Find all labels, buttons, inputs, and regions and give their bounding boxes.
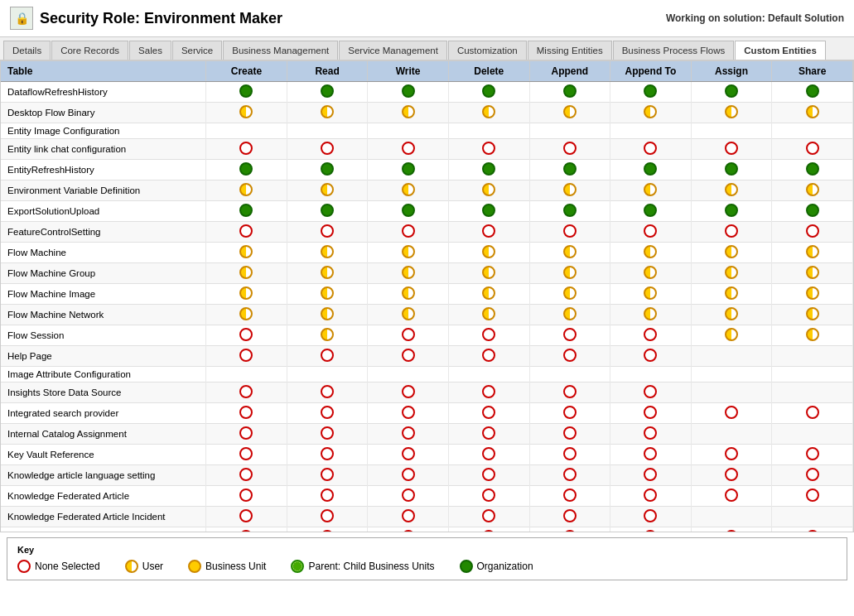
perm-icon-none[interactable] — [644, 349, 657, 362]
perm-icon-user[interactable] — [644, 245, 657, 258]
perm-icon-none[interactable] — [239, 426, 253, 440]
perm-icon-user[interactable] — [806, 328, 819, 341]
perm-cell-read[interactable] — [287, 103, 368, 123]
perm-cell-read[interactable] — [287, 160, 368, 180]
perm-cell-append[interactable] — [529, 284, 610, 305]
perm-cell-delete[interactable] — [448, 305, 529, 325]
perm-icon-user[interactable] — [321, 245, 334, 258]
perm-cell-append[interactable] — [529, 507, 610, 527]
perm-cell-appendto[interactable] — [610, 403, 692, 424]
perm-cell-share[interactable] — [772, 465, 853, 486]
perm-cell-append[interactable] — [529, 445, 610, 465]
perm-cell-delete[interactable] — [448, 445, 529, 465]
perm-cell-delete[interactable] — [448, 222, 529, 243]
perm-cell-delete[interactable] — [448, 486, 529, 507]
perm-cell-delete[interactable] — [448, 243, 529, 263]
perm-cell-read[interactable] — [287, 123, 368, 139]
perm-cell-append[interactable] — [529, 222, 610, 243]
perm-cell-share[interactable] — [772, 82, 853, 103]
perm-icon-none[interactable] — [482, 530, 495, 532]
tab-sales[interactable]: Sales — [129, 41, 171, 60]
perm-cell-append[interactable] — [529, 123, 610, 139]
perm-icon-org[interactable] — [402, 162, 415, 176]
perm-cell-delete[interactable] — [448, 367, 529, 383]
perm-icon-none[interactable] — [239, 328, 253, 341]
perm-cell-write[interactable] — [368, 201, 449, 222]
perm-cell-appendto[interactable] — [610, 445, 692, 465]
perm-icon-user[interactable] — [563, 266, 577, 279]
perm-cell-create[interactable] — [206, 465, 287, 486]
perm-cell-assign[interactable] — [691, 325, 772, 346]
perm-cell-append[interactable] — [529, 367, 610, 383]
tab-service[interactable]: Service — [172, 41, 222, 60]
perm-cell-write[interactable] — [368, 325, 449, 346]
perm-cell-share[interactable] — [772, 284, 853, 305]
perm-icon-none[interactable] — [321, 530, 334, 532]
perm-icon-none[interactable] — [644, 447, 657, 460]
perm-cell-write[interactable] — [368, 367, 449, 383]
perm-icon-org[interactable] — [725, 162, 738, 176]
perm-cell-share[interactable] — [772, 243, 853, 263]
perm-icon-none[interactable] — [402, 349, 415, 362]
perm-cell-appendto[interactable] — [610, 346, 692, 367]
perm-icon-user[interactable] — [239, 307, 253, 320]
perm-icon-none[interactable] — [402, 406, 415, 419]
perm-icon-user[interactable] — [482, 183, 495, 196]
perm-cell-write[interactable] — [368, 284, 449, 305]
perm-cell-append[interactable] — [529, 201, 610, 222]
perm-cell-delete[interactable] — [448, 507, 529, 527]
perm-cell-appendto[interactable] — [610, 325, 692, 346]
perm-icon-user[interactable] — [563, 286, 577, 300]
perm-icon-org[interactable] — [644, 84, 657, 98]
perm-icon-none[interactable] — [402, 488, 415, 502]
perm-icon-user[interactable] — [563, 307, 577, 320]
perm-cell-share[interactable] — [772, 222, 853, 243]
perm-icon-user[interactable] — [725, 245, 738, 258]
perm-icon-none[interactable] — [239, 224, 253, 238]
perm-cell-append[interactable] — [529, 403, 610, 424]
perm-cell-read[interactable] — [287, 243, 368, 263]
perm-icon-none[interactable] — [239, 488, 253, 502]
perm-cell-share[interactable] — [772, 445, 853, 465]
perm-cell-read[interactable] — [287, 465, 368, 486]
tab-missing-entities[interactable]: Missing Entities — [528, 41, 612, 60]
perm-cell-share[interactable] — [772, 325, 853, 346]
perm-icon-none[interactable] — [239, 142, 253, 155]
perm-icon-none[interactable] — [402, 142, 415, 155]
perm-icon-none[interactable] — [239, 530, 253, 532]
perm-icon-none[interactable] — [563, 509, 577, 522]
perm-cell-read[interactable] — [287, 222, 368, 243]
perm-cell-delete[interactable] — [448, 346, 529, 367]
perm-icon-none[interactable] — [321, 426, 334, 440]
perm-icon-org[interactable] — [239, 162, 253, 176]
perm-icon-none[interactable] — [402, 530, 415, 532]
perm-cell-share[interactable] — [772, 424, 853, 445]
perm-cell-write[interactable] — [368, 123, 449, 139]
perm-cell-assign[interactable] — [691, 367, 772, 383]
perm-cell-read[interactable] — [287, 284, 368, 305]
perm-icon-org[interactable] — [725, 204, 738, 217]
perm-cell-create[interactable] — [206, 325, 287, 346]
perm-cell-assign[interactable] — [691, 424, 772, 445]
perm-cell-appendto[interactable] — [610, 103, 692, 123]
perm-icon-none[interactable] — [402, 224, 415, 238]
perm-cell-write[interactable] — [368, 103, 449, 123]
perm-cell-read[interactable] — [287, 424, 368, 445]
perm-icon-none[interactable] — [482, 509, 495, 522]
perm-icon-user[interactable] — [806, 286, 819, 300]
perm-cell-append[interactable] — [529, 465, 610, 486]
perm-icon-org[interactable] — [321, 204, 334, 217]
perm-cell-appendto[interactable] — [610, 465, 692, 486]
perm-icon-user[interactable] — [725, 307, 738, 320]
perm-cell-share[interactable] — [772, 367, 853, 383]
perm-icon-none[interactable] — [239, 385, 253, 398]
perm-cell-appendto[interactable] — [610, 284, 692, 305]
perm-icon-org[interactable] — [239, 204, 253, 217]
perm-icon-none[interactable] — [725, 488, 738, 502]
perm-cell-write[interactable] — [368, 139, 449, 160]
perm-cell-assign[interactable] — [691, 123, 772, 139]
perm-cell-assign[interactable] — [691, 445, 772, 465]
perm-cell-appendto[interactable] — [610, 367, 692, 383]
perm-cell-share[interactable] — [772, 507, 853, 527]
perm-icon-none[interactable] — [402, 328, 415, 341]
